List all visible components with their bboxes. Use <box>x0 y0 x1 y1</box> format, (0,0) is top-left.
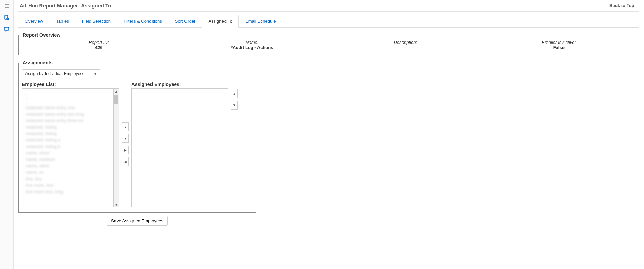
emailer-active-value: False <box>482 45 636 50</box>
list-item[interactable]: redacted, listing b <box>22 143 113 150</box>
tab-filters-conditions[interactable]: Filters & Conditions <box>117 15 168 28</box>
list-item[interactable]: redacted name entry three ex <box>22 117 113 124</box>
message-icon[interactable] <box>3 26 10 33</box>
assignments-box: Assignments Assign by Individual Employe… <box>18 60 256 213</box>
chevron-down-icon: ▼ <box>94 72 97 76</box>
report-description-label: Description: <box>329 40 482 45</box>
list-item[interactable]: name, short <box>22 150 113 156</box>
tab-overview[interactable]: Overview <box>18 15 50 28</box>
tab-tables[interactable]: Tables <box>50 15 75 28</box>
move-down-button[interactable]: ▼ <box>122 134 129 143</box>
add-button[interactable]: ▶ <box>122 146 129 154</box>
back-to-top-label: Back to Top <box>609 3 634 8</box>
save-assigned-button[interactable]: Save Assigned Employees <box>107 216 168 226</box>
svg-rect-0 <box>5 15 8 19</box>
list-item[interactable]: redacted, listing <box>22 130 113 137</box>
title-bar: Ad-Hoc Report Manager: Assigned To Back … <box>18 0 639 12</box>
list-item[interactable]: line more text, long <box>22 188 113 195</box>
list-item[interactable]: name, xx <box>22 169 113 175</box>
report-name-value: *Audit Log - Actions <box>176 45 329 50</box>
list-item[interactable]: redacted, listing <box>22 124 113 130</box>
page-title: Ad-Hoc Report Manager: Assigned To <box>20 3 111 9</box>
employee-list-scrollbar[interactable]: ▲ ▼ <box>114 88 119 207</box>
list-item[interactable]: line, tiny <box>22 175 113 182</box>
employee-list-label: Employee List: <box>22 82 119 87</box>
search-doc-icon[interactable] <box>3 14 10 21</box>
assigned-listbox[interactable] <box>131 88 228 207</box>
tab-email-schedule[interactable]: Email Schedule <box>239 15 282 28</box>
remove-button[interactable]: ◀ <box>122 157 129 166</box>
scroll-down-icon[interactable]: ▼ <box>114 202 119 207</box>
assign-mode-select[interactable]: Assign by Individual Employee ▼ <box>22 69 100 78</box>
reorder-buttons: ▲ ▼ <box>231 89 238 110</box>
tab-bar: OverviewTablesField SelectionFilters & C… <box>18 15 639 28</box>
tab-assigned-to[interactable]: Assigned To <box>202 15 239 28</box>
list-item[interactable]: line more, text <box>22 182 113 188</box>
assigned-move-up-button[interactable]: ▲ <box>231 89 238 98</box>
list-item[interactable]: name, other <box>22 163 113 169</box>
arrow-up-icon: ↑ <box>636 3 638 8</box>
hamburger-icon[interactable] <box>3 3 10 10</box>
list-item[interactable]: redacted name entry two long <box>22 111 113 117</box>
back-to-top-link[interactable]: Back to Top ↑ <box>609 3 638 8</box>
scroll-thumb[interactable] <box>114 95 118 104</box>
tab-sort-order[interactable]: Sort Order <box>168 15 202 28</box>
list-item[interactable]: name, medium <box>22 156 113 163</box>
report-overview-legend: Report Overview <box>22 32 61 38</box>
list-item[interactable]: redacted, listing a <box>22 137 113 143</box>
report-id-value: 426 <box>22 45 176 50</box>
tab-field-selection[interactable]: Field Selection <box>75 15 117 28</box>
list-item[interactable]: redacted name entry one <box>22 104 113 111</box>
move-up-button[interactable]: ▲ <box>122 122 129 131</box>
left-sidebar <box>0 0 14 239</box>
list-item[interactable]: , <box>22 90 113 95</box>
assigned-employees-label: Assigned Employees: <box>131 82 228 87</box>
emailer-active-label: Emailer Is Active: <box>482 40 636 45</box>
assignments-legend: Assignments <box>22 60 53 65</box>
assign-mode-value: Assign by Individual Employee <box>25 71 83 76</box>
list-item[interactable]: , <box>22 95 113 100</box>
svg-rect-2 <box>4 27 9 30</box>
assigned-move-down-button[interactable]: ▼ <box>231 101 238 110</box>
report-name-label: Name: <box>176 40 329 45</box>
scroll-up-icon[interactable]: ▲ <box>114 89 119 94</box>
list-item[interactable]: , <box>22 100 113 104</box>
report-overview-box: Report Overview Report ID: 426 Name: *Au… <box>18 32 639 55</box>
transfer-buttons: ▲ ▼ ▶ ◀ <box>122 122 129 166</box>
employee-listbox[interactable]: ,,,redacted name entry oneredacted name … <box>22 88 114 207</box>
report-id-label: Report ID: <box>22 40 176 45</box>
